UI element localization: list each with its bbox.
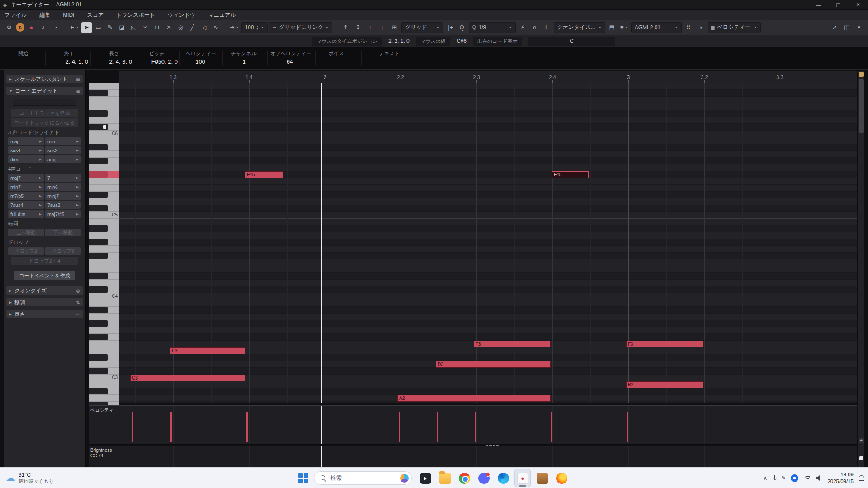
tool-collapse-button-caret[interactable]: ▼ [76, 26, 79, 29]
split-tool[interactable]: ✂ [140, 22, 151, 33]
quantize-preset-dropdown-caret[interactable]: ▼ [509, 26, 512, 29]
info-off-velocity-value[interactable]: 64 [287, 58, 293, 65]
midi-note-fs5[interactable]: F#5 [552, 171, 589, 178]
velocity-bar[interactable] [627, 412, 628, 442]
velocity-bar[interactable] [551, 412, 552, 442]
info-end-value[interactable]: 2. 4. 3. 0 [109, 58, 132, 65]
piano-key-g5[interactable] [89, 164, 119, 171]
piano-key-fs3[interactable] [89, 334, 119, 341]
notification-icon[interactable] [859, 475, 864, 481]
piano-key-c6[interactable]: C6 [89, 131, 119, 137]
midi-note-f3[interactable]: F3 [474, 341, 551, 347]
menu-edit[interactable]: 編集 [39, 11, 50, 19]
piano-key-fs4[interactable] [89, 253, 119, 259]
piano-key-gs4[interactable] [89, 239, 119, 246]
piano-key-c4[interactable]: C4 [89, 293, 119, 300]
cc-lane[interactable]: Brightness CC 74 [89, 446, 857, 467]
piano-key-gs3[interactable] [89, 320, 119, 327]
piano-key-f5[interactable] [89, 178, 119, 185]
trim-tool[interactable]: ◺ [128, 22, 139, 33]
lane-resize-handle[interactable] [486, 404, 499, 404]
zoom-knob[interactable] [859, 456, 863, 460]
move-down-button[interactable]: ↧ [353, 22, 363, 33]
insert-velocity-spinner-caret[interactable]: ▼ [261, 26, 264, 29]
velocity-bar[interactable] [132, 412, 133, 442]
four-note-button-1[interactable]: 7▶ [45, 174, 81, 182]
piano-key-b5[interactable] [89, 137, 119, 144]
setup-toolbar-icon[interactable]: ⚙ [4, 22, 14, 33]
piano-key-d4[interactable] [89, 280, 119, 286]
midi-note-fs5[interactable]: F#5 [245, 171, 283, 178]
vertical-scrollbar[interactable]: + [857, 71, 864, 467]
piano-key-cs4[interactable] [89, 286, 119, 293]
velocity-bar[interactable] [246, 412, 248, 442]
line-tool[interactable]: ╱ [187, 22, 198, 33]
auto-select-controllers-icon[interactable]: ◔ [50, 22, 61, 33]
four-note-button-4[interactable]: m7/b5▶ [8, 192, 44, 200]
piano-key-e6[interactable] [89, 103, 119, 110]
menu-midi[interactable]: MIDI [63, 12, 74, 18]
four-note-button-7[interactable]: 7sus2▶ [45, 201, 81, 209]
show-part-borders-icon[interactable]: ▤ [607, 22, 618, 33]
taskbar-clock[interactable]: 19:09 2025/09/15 [827, 471, 854, 485]
menu-manual[interactable]: マニュアル [208, 11, 236, 19]
start-button[interactable] [298, 473, 308, 483]
taskbar-app-discord[interactable] [476, 469, 492, 487]
menu-score[interactable]: スコア [87, 11, 104, 19]
quantize-magnet-icon[interactable]: Q [457, 22, 467, 33]
piano-key-as3[interactable] [89, 307, 119, 314]
drop-button-1[interactable]: ドロップ3 [45, 247, 81, 255]
piano-key-e5[interactable] [89, 185, 119, 192]
piano-key-f6[interactable] [89, 97, 119, 103]
piano-key-e4[interactable] [89, 266, 119, 273]
acoustic-feedback-icon[interactable]: ♪ [38, 22, 49, 33]
info-velocity-value[interactable]: 100 [195, 58, 205, 65]
piano-key-c5[interactable]: C5 [89, 212, 119, 219]
erase-tool[interactable]: ◪ [117, 22, 127, 33]
tool-collapse-button[interactable]: ➤▼ [69, 22, 80, 33]
create-chord-event-button[interactable]: コードイベントを作成 [14, 271, 75, 280]
piano-key-e3[interactable] [89, 347, 119, 354]
pen-icon[interactable]: ✎ [781, 475, 786, 481]
four-note-button-9[interactable]: maj7/#5▶ [45, 210, 81, 218]
triad-button-2[interactable]: sus4▶ [8, 146, 44, 154]
taskbar-search[interactable]: 検索 [314, 471, 412, 485]
playback-tool[interactable]: ◁ [199, 22, 209, 33]
drop-button-0[interactable]: ドロップ2 [8, 247, 44, 255]
grid-type-dropdown[interactable]: グリッド▼ [401, 22, 443, 33]
microphone-icon[interactable] [772, 475, 776, 481]
piano-key-d5[interactable] [89, 198, 119, 205]
chat-icon[interactable] [791, 474, 798, 482]
midi-note-c3[interactable]: C3 [130, 375, 245, 381]
length-quantize-dropdown[interactable]: クオンタイズ...▼ [554, 22, 605, 33]
piano-key-a3[interactable] [89, 314, 119, 320]
piano-key-as4[interactable] [89, 225, 119, 232]
info-voice-value[interactable]: — [331, 58, 337, 65]
triad-button-4[interactable]: dim▶ [8, 155, 44, 163]
note-grid[interactable]: C3E3F#5A2D3F3F#5F3B2 [119, 83, 857, 403]
velocity-bar[interactable] [170, 412, 172, 442]
part-select-dropdown[interactable]: AGML2 01▼ [631, 22, 682, 33]
solo-editor-button[interactable]: s [16, 23, 24, 32]
velocity-bar[interactable] [437, 412, 438, 442]
piano-key-g3[interactable] [89, 327, 119, 334]
piano-key-d6[interactable] [89, 117, 119, 124]
range-selection-tool[interactable]: ▭ [93, 22, 104, 33]
four-note-button-5[interactable]: minj7▶ [45, 192, 81, 200]
info-pitch-value[interactable]: F#5 [151, 58, 161, 65]
four-note-button-0[interactable]: maj7▶ [8, 174, 44, 182]
midi-note-b2[interactable]: B2 [626, 381, 703, 388]
menu-file[interactable]: ファイル [5, 11, 27, 19]
taskbar-app-package[interactable] [534, 469, 550, 487]
taskbar-app-cubase[interactable]: ● [514, 469, 531, 487]
info-start-value[interactable]: 2. 4. 1. 0 [65, 58, 88, 65]
piano-key-fs5[interactable] [89, 171, 119, 178]
nudge-length-icon[interactable]: -|+ [444, 22, 455, 33]
piano-key-a4[interactable] [89, 232, 119, 239]
midi-note-d3[interactable]: D3 [436, 361, 551, 368]
piano-key-b3[interactable] [89, 300, 119, 307]
piano-key-a2[interactable] [89, 395, 119, 402]
piano-key-g6[interactable] [89, 83, 119, 90]
snap-on-off-icon[interactable]: ⊞ [389, 22, 400, 33]
section-transpose[interactable]: ▶ 移調 ⇅ [6, 298, 83, 306]
